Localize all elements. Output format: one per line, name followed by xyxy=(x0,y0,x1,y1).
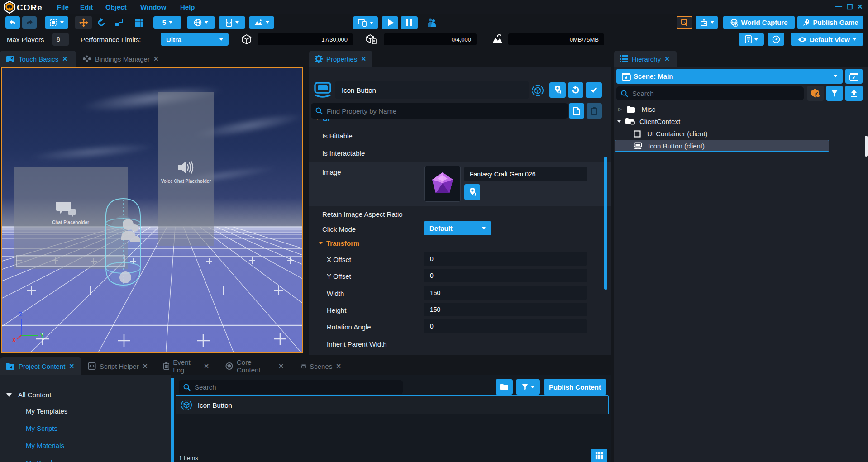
click-mode-dropdown[interactable]: Default xyxy=(424,221,491,235)
find-asset-button[interactable] xyxy=(549,82,566,98)
ui-button-type-icon xyxy=(313,81,332,98)
tree-item-my-brushes[interactable]: My Brushes xyxy=(26,459,62,462)
expander-expanded-icon[interactable] xyxy=(617,120,621,123)
hierarchy-row-clientcontext[interactable]: ClientContext xyxy=(614,115,868,128)
redo-button[interactable] xyxy=(22,16,37,29)
export-button[interactable] xyxy=(845,86,863,101)
viewport[interactable]: Chat Placeholder Voice Chat Placeholder xyxy=(1,67,303,353)
sky-dropdown[interactable] xyxy=(187,16,215,29)
expander-expanded-icon[interactable] xyxy=(6,393,12,397)
tab-project-content[interactable]: Project Content ✕ xyxy=(0,357,81,375)
grid-view-button[interactable] xyxy=(591,449,607,462)
image-asset-name-field[interactable]: Fantasy Craft Gem 026 xyxy=(464,167,587,181)
menu-window[interactable]: Window xyxy=(140,3,166,11)
scene-manager-button[interactable] xyxy=(845,69,863,84)
tab-touch-basics[interactable]: Touch Basics ✕ xyxy=(0,51,76,67)
max-players-value[interactable]: 8 xyxy=(52,33,69,46)
properties-scrollbar[interactable] xyxy=(604,157,607,290)
tab-scenes[interactable]: Scenes ✕ xyxy=(296,357,347,375)
y-offset-field[interactable]: 0 xyxy=(424,269,587,282)
tab-hierarchy[interactable]: Hierarchy ✕ xyxy=(614,51,677,67)
reset-all-button[interactable] xyxy=(568,82,583,98)
hierarchy-search-input[interactable]: Search xyxy=(616,86,804,100)
copy-properties-button[interactable] xyxy=(569,103,584,119)
tree-item-my-materials[interactable]: My Materials xyxy=(26,442,64,449)
hierarchy-row-misc[interactable]: ▷ Misc xyxy=(614,103,868,115)
tab-bindings-manager[interactable]: Bindings Manager ✕ xyxy=(77,51,167,67)
section-header-ui[interactable]: UI xyxy=(309,119,608,125)
preview-mode-dropdown[interactable] xyxy=(353,16,378,29)
paste-properties-button[interactable] xyxy=(587,103,602,119)
default-view-dropdown[interactable]: Default View xyxy=(791,33,863,46)
tab-script-helper[interactable]: Script Helper ✕ xyxy=(82,357,157,375)
expander-collapsed-icon[interactable]: ▷ xyxy=(618,106,622,112)
object-name-field[interactable]: Icon Button xyxy=(335,81,529,99)
grid-snap-button[interactable] xyxy=(133,16,146,29)
pause-button[interactable] xyxy=(401,16,418,29)
objects-count-field: 17/30,000 xyxy=(258,33,353,45)
close-icon[interactable]: ✕ xyxy=(143,362,148,370)
close-icon[interactable]: ✕ xyxy=(336,362,341,370)
performance-monitor-button[interactable] xyxy=(768,33,784,46)
scene-dropdown[interactable]: Scene: Main xyxy=(616,69,843,84)
height-field[interactable]: 150 xyxy=(424,303,587,316)
multiplayer-preview-button[interactable] xyxy=(424,16,439,29)
image-thumbnail[interactable] xyxy=(424,166,461,202)
tree-item-my-templates[interactable]: My Templates xyxy=(26,407,67,415)
content-filter-dropdown[interactable] xyxy=(516,379,540,395)
hierarchy-filter-button[interactable] xyxy=(826,86,843,101)
image-find-asset-button[interactable] xyxy=(464,184,480,200)
close-icon[interactable]: ✕ xyxy=(153,55,159,62)
asset-view-button[interactable] xyxy=(807,86,824,101)
script-dropdown[interactable] xyxy=(219,16,245,29)
gauge-icon xyxy=(772,35,780,43)
grid-size-dropdown[interactable]: 5 xyxy=(153,16,181,29)
window-close-button[interactable]: ✕ xyxy=(857,3,863,11)
rotation-angle-field[interactable]: 0 xyxy=(424,319,587,333)
window-minimize-button[interactable]: — xyxy=(835,2,842,10)
menu-help[interactable]: Help xyxy=(180,3,195,11)
undo-button[interactable] xyxy=(5,16,20,29)
cursor-interact-button[interactable] xyxy=(677,16,692,29)
apply-button[interactable] xyxy=(586,82,602,98)
performance-limits-dropdown[interactable]: Ultra xyxy=(161,33,229,46)
content-item-icon-button[interactable]: Icon Button xyxy=(176,395,609,414)
publish-content-button[interactable]: Publish Content xyxy=(544,379,606,395)
menu-file[interactable]: File xyxy=(57,3,69,11)
hierarchy-row-ui-container[interactable]: UI Container (client) xyxy=(614,128,868,140)
content-search-input[interactable]: Search xyxy=(179,380,403,394)
close-icon[interactable]: ✕ xyxy=(62,55,67,62)
move-tool-button[interactable] xyxy=(75,16,92,29)
property-search-input[interactable]: Find Property by Name xyxy=(311,103,568,119)
close-icon[interactable]: ✕ xyxy=(664,55,670,62)
play-button[interactable] xyxy=(382,16,398,29)
gear-icon xyxy=(315,55,323,63)
rotate-tool-button[interactable] xyxy=(95,16,108,29)
content-folder-button[interactable] xyxy=(496,379,513,395)
x-offset-field[interactable]: 0 xyxy=(424,252,587,266)
hierarchy-row-icon-button[interactable]: Icon Button (client) xyxy=(615,140,829,152)
bot-dropdown[interactable] xyxy=(696,16,718,29)
tab-properties[interactable]: Properties ✕ xyxy=(309,51,372,67)
close-icon[interactable]: ✕ xyxy=(204,362,209,370)
scale-tool-button[interactable] xyxy=(113,16,125,29)
selection-mode-dropdown[interactable] xyxy=(45,16,68,29)
hierarchy-scrollbar[interactable] xyxy=(865,136,868,157)
width-field[interactable]: 150 xyxy=(424,286,587,300)
tab-core-content[interactable]: Core Content ✕ xyxy=(220,357,289,375)
section-header-transform[interactable]: Transform xyxy=(319,239,359,247)
save-dropdown[interactable] xyxy=(739,33,764,46)
publish-game-button[interactable]: Publish Game xyxy=(797,16,863,29)
tree-item-my-scripts[interactable]: My Scripts xyxy=(26,424,57,432)
tree-item-all-content[interactable]: All Content xyxy=(6,391,51,399)
menu-object[interactable]: Object xyxy=(105,3,127,11)
close-icon[interactable]: ✕ xyxy=(69,362,74,370)
window-restore-button[interactable]: ❐ xyxy=(847,3,853,11)
tree-scrollbar[interactable] xyxy=(171,378,174,462)
world-capture-button[interactable]: World Capture xyxy=(723,16,795,29)
close-icon[interactable]: ✕ xyxy=(278,362,284,370)
tab-event-log[interactable]: Event Log ✕ xyxy=(158,357,215,375)
menu-edit[interactable]: Edit xyxy=(80,3,93,11)
close-icon[interactable]: ✕ xyxy=(361,55,366,62)
terrain-dropdown[interactable] xyxy=(249,16,274,29)
